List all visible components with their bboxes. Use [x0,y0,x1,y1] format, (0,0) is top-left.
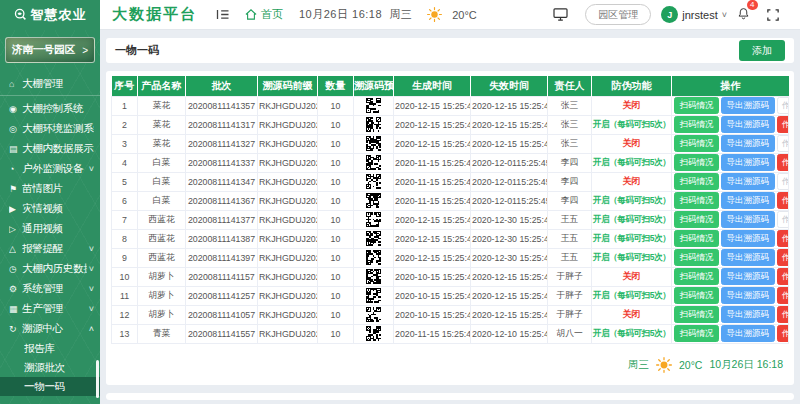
sidebar-item[interactable]: ◷大棚内历史数据˅ [0,259,100,279]
invalidate-button[interactable]: 作废 [777,116,789,132]
quantity: 10 [318,172,354,191]
export-code-button[interactable]: 导出溯源码 [721,97,775,113]
table-row: 2菜花20200811141317RKJHGDUJ2022102020-12-1… [112,115,789,134]
sidebar-item-label: 户外监测设备 [22,162,87,176]
export-code-button[interactable]: 导出溯源码 [721,325,775,341]
sidebar-item[interactable]: ◔户外监测设备˅ [0,159,100,179]
scan-status-button[interactable]: 扫码情况 [674,116,719,132]
scan-status-button[interactable]: 扫码情况 [674,249,719,265]
qr-code-preview[interactable] [366,269,381,284]
expire-time: 2020-12-15 15:25:45 [471,305,548,324]
sidebar-item[interactable]: ▶灾情视频 [0,199,100,219]
invalidate-button[interactable]: 作废 [777,249,789,265]
scan-status-button[interactable]: 扫码情况 [674,230,719,246]
scan-status-button[interactable]: 扫码情况 [674,173,719,189]
batch-number: 20200811141057 [186,305,258,324]
invalidate-button[interactable]: 作废 [777,306,789,322]
invalidate-button[interactable]: 作废 [777,325,789,341]
product-name: 西蓝花 [138,248,186,267]
scan-status-button[interactable]: 扫码情况 [674,97,719,113]
sidebar-item[interactable]: 溯源批次 [0,358,100,377]
scan-status-button[interactable]: 扫码情况 [674,287,719,303]
export-code-button[interactable]: 导出溯源码 [721,135,775,151]
export-code-button[interactable]: 导出溯源码 [721,192,775,208]
sidebar-item[interactable]: ▷通用视频 [0,219,100,239]
export-code-button[interactable]: 导出溯源码 [721,116,775,132]
park-management-button[interactable]: 园区管理 [585,4,651,25]
created-time: 2020-12-15 15:25:45 [394,96,471,115]
actions-cell: 扫码情况导出溯源码作废 [672,210,789,229]
invalidate-button[interactable]: 作废 [777,192,789,208]
scan-status-button[interactable]: 扫码情况 [674,135,719,151]
sidebar-item[interactable]: ▤大棚内数据展示 [0,139,100,159]
sidebar-item[interactable]: △报警提醒˅ [0,239,100,259]
scan-status-button[interactable]: 扫码情况 [674,268,719,284]
quantity: 10 [318,210,354,229]
table-card: 序号产品名称批次溯源码前缀数量溯源码预览生成时间失效时间责任人防伪功能操作 1菜… [106,71,794,385]
park-selector[interactable]: 济南一号园区 > [5,37,95,63]
export-code-button[interactable]: 导出溯源码 [721,230,775,246]
sidebar-item[interactable]: ↻溯源中心˄ [0,319,100,339]
scan-status-button[interactable]: 扫码情况 [674,325,719,341]
sidebar-item[interactable]: ⚑苗情图片 [0,179,100,199]
chevron-down-icon: ˅ [89,244,94,254]
qr-code-preview[interactable] [366,326,381,341]
qr-code-preview[interactable] [366,98,381,113]
sidebar-item[interactable]: ◎大棚环境监测系统 [0,119,100,139]
batch-number: 20200811141357 [186,96,258,115]
quantity: 10 [318,115,354,134]
sidebar-item[interactable]: 报告库 [0,339,100,358]
scan-status-button[interactable]: 扫码情况 [674,306,719,322]
export-code-button[interactable]: 导出溯源码 [721,211,775,227]
sidebar-scrollbar[interactable] [96,360,99,398]
user-menu[interactable]: J jnrstest ˅ [661,6,727,23]
display-screen-icon[interactable] [553,8,568,21]
invalidate-button[interactable]: 作废 [777,230,789,246]
created-time: 2020-12-15 15:25:45 [394,210,471,229]
qr-code-preview[interactable] [366,288,381,303]
export-code-button[interactable]: 导出溯源码 [721,173,775,189]
sidebar-item-label: 苗情图片 [22,182,94,196]
qr-code-preview[interactable] [366,136,381,151]
export-code-button[interactable]: 导出溯源码 [721,268,775,284]
home-nav[interactable]: 首页 [245,7,283,22]
invalidate-button[interactable]: 作废 [777,268,789,284]
qr-code-preview[interactable] [366,155,381,170]
qr-code-preview[interactable] [366,307,381,322]
menu-collapse-icon[interactable] [216,9,230,20]
scan-status-button[interactable]: 扫码情况 [674,211,719,227]
quantity: 10 [318,134,354,153]
invalidate-button: 作废 [777,135,789,151]
qr-code-preview[interactable] [366,117,381,132]
sidebar-item[interactable]: ◉大棚控制系统 [0,99,100,119]
qr-code-preview[interactable] [366,250,381,265]
security-status: 开启（每码可扫5次） [593,214,670,224]
top-header: 智慧农业 大数据平台 首页 10月26日 16:18 周三 20°C 园区管理 [0,0,800,30]
export-code-button[interactable]: 导出溯源码 [721,249,775,265]
qr-code-preview[interactable] [366,231,381,246]
qr-code-preview[interactable] [366,174,381,189]
sidebar-item[interactable]: ⚙系统管理˅ [0,279,100,299]
qr-code-preview[interactable] [366,212,381,227]
main-content: 一物一码 添加 序号产品名称批次溯源码前缀数量溯源码预览生成时间失效时间责任人防… [100,30,800,404]
add-button[interactable]: 添加 [739,40,785,61]
sidebar-item[interactable]: ▦生产管理˅ [0,299,100,319]
scan-status-button[interactable]: 扫码情况 [674,192,719,208]
scan-status-button[interactable]: 扫码情况 [674,154,719,170]
qr-code-preview[interactable] [366,193,381,208]
invalidate-button[interactable]: 作废 [777,287,789,303]
horizontal-scrollbar[interactable] [106,393,794,400]
page-title: 一物一码 [115,43,159,58]
sidebar-item[interactable]: 一物一码 [0,377,100,396]
chevron-down-icon: ˅ [89,264,94,274]
export-code-button[interactable]: 导出溯源码 [721,287,775,303]
export-code-button[interactable]: 导出溯源码 [721,306,775,322]
sidebar-item-label: 大棚内数据展示 [22,142,94,156]
invalidate-button[interactable]: 作废 [777,154,789,170]
table-body: 1菜花20200811141357RKJHGDUJ2022102020-12-1… [112,96,789,343]
notification-bell-icon[interactable]: 4 [737,6,750,24]
sidebar-item[interactable]: ⌂大棚管理 [0,72,100,96]
export-code-button[interactable]: 导出溯源码 [721,154,775,170]
control-system-icon: ◉ [9,104,22,114]
fullscreen-icon[interactable] [767,9,779,21]
